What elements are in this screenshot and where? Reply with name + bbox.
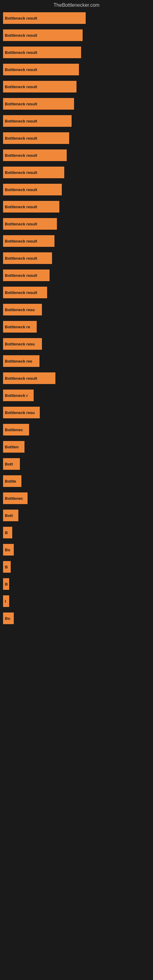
bar-17: Bottleneck resu [3, 304, 42, 315]
bar-18: Bottleneck re [3, 321, 37, 332]
bar-label-33: B [5, 582, 8, 587]
bar-label-1: Bottleneck result [5, 33, 37, 38]
bar-16: Bottleneck result [3, 286, 47, 298]
bar-3: Bottleneck result [3, 64, 79, 75]
bar-12: Bottleneck result [3, 218, 57, 230]
bar-row: Bottleneck resu [3, 338, 150, 350]
bar-label-24: Bottlenec [5, 428, 23, 432]
bar-8: Bottleneck result [3, 150, 67, 161]
bar-row: Bottleneck result [3, 64, 150, 75]
bar-row: Bottleneck resu [3, 304, 150, 315]
bar-22: Bottleneck r [3, 390, 33, 401]
bar-row: Bott [3, 510, 150, 521]
bar-row: B [3, 578, 150, 590]
bar-label-32: B [5, 565, 8, 569]
bar-6: Bottleneck result [3, 115, 72, 127]
bar-row: I [3, 595, 150, 607]
bar-label-13: Bottleneck result [5, 239, 37, 243]
bar-label-18: Bottleneck re [5, 325, 30, 329]
bar-32: B [3, 561, 11, 573]
bar-33: B [3, 578, 9, 590]
bar-row: Bottle [3, 475, 150, 487]
bar-label-12: Bottleneck result [5, 222, 37, 226]
bar-label-31: Bo [5, 547, 10, 552]
bar-20: Bottleneck res [3, 355, 40, 367]
bar-row: Bottleneck res [3, 355, 150, 367]
bar-label-2: Bottleneck result [5, 50, 37, 55]
bar-row: Bottleneck result [3, 167, 150, 178]
site-title: TheBottlenecker.com [0, 0, 153, 9]
bar-2: Bottleneck result [3, 46, 81, 58]
bar-label-19: Bottleneck resu [5, 342, 35, 346]
bar-label-9: Bottleneck result [5, 170, 37, 175]
bar-row: Bottleneck resu [3, 407, 150, 418]
bar-9: Bottleneck result [3, 167, 64, 178]
bar-label-21: Bottleneck result [5, 376, 37, 381]
bar-row: Bottleneck result [3, 372, 150, 384]
bar-row: Bottleneck re [3, 321, 150, 332]
bar-label-25: Bottlen [5, 445, 19, 449]
bar-label-34: I [5, 599, 6, 604]
bar-row: Bo [3, 612, 150, 624]
bar-label-27: Bottle [5, 479, 16, 484]
bar-5: Bottleneck result [3, 98, 74, 110]
bar-10: Bottleneck result [3, 184, 62, 196]
bar-30: B [3, 527, 12, 538]
bar-label-14: Bottleneck result [5, 256, 37, 261]
bar-row: Bottleneck result [3, 46, 150, 58]
bar-label-0: Bottleneck result [5, 16, 37, 21]
bar-15: Bottleneck result [3, 269, 49, 281]
bar-label-30: B [5, 530, 8, 535]
bar-label-8: Bottleneck result [5, 153, 37, 158]
bar-19: Bottleneck resu [3, 338, 42, 350]
bar-24: Bottlenec [3, 424, 29, 436]
bar-label-28: Bottlenec [5, 496, 23, 501]
bar-label-23: Bottleneck resu [5, 410, 35, 415]
bar-row: Bottlenec [3, 492, 150, 504]
bar-1: Bottleneck result [3, 29, 83, 41]
bar-row: Bottleneck result [3, 115, 150, 127]
bar-7: Bottleneck result [3, 132, 69, 144]
bar-label-4: Bottleneck result [5, 84, 37, 89]
bar-row: Bottleneck result [3, 286, 150, 298]
bar-row: Bottlen [3, 441, 150, 453]
bar-35: Bo [3, 612, 14, 624]
bar-row: Bottleneck result [3, 81, 150, 92]
bar-25: Bottlen [3, 441, 24, 453]
bar-31: Bo [3, 544, 14, 555]
bar-0: Bottleneck result [3, 12, 86, 24]
bar-label-3: Bottleneck result [5, 67, 37, 72]
bar-row: Bottleneck r [3, 390, 150, 401]
bar-row: Bottlenec [3, 424, 150, 436]
bar-34: I [3, 595, 9, 607]
bar-28: Bottlenec [3, 492, 27, 504]
bar-row: Bottleneck result [3, 235, 150, 247]
bar-21: Bottleneck result [3, 372, 56, 384]
bar-row: Bottleneck result [3, 98, 150, 110]
bar-label-10: Bottleneck result [5, 188, 37, 192]
bar-row: Bottleneck result [3, 218, 150, 230]
bar-label-7: Bottleneck result [5, 136, 37, 140]
bar-11: Bottleneck result [3, 201, 59, 213]
bar-label-22: Bottleneck r [5, 393, 28, 398]
bar-row: Bottleneck result [3, 29, 150, 41]
bar-row: Bo [3, 544, 150, 555]
bar-label-6: Bottleneck result [5, 119, 37, 123]
bar-label-15: Bottleneck result [5, 273, 37, 278]
bar-label-26: Bott [5, 462, 13, 466]
bar-13: Bottleneck result [3, 235, 54, 247]
bar-row: Bottleneck result [3, 12, 150, 24]
bar-row: Bott [3, 458, 150, 470]
bar-23: Bottleneck resu [3, 407, 40, 418]
bar-29: Bott [3, 510, 18, 521]
bar-label-20: Bottleneck res [5, 359, 32, 364]
bar-label-35: Bo [5, 616, 10, 621]
bar-row: Bottleneck result [3, 132, 150, 144]
bars-container: Bottleneck resultBottleneck resultBottle… [0, 9, 153, 633]
bar-label-5: Bottleneck result [5, 102, 37, 106]
bar-label-17: Bottleneck resu [5, 307, 35, 312]
bar-4: Bottleneck result [3, 81, 76, 92]
bar-row: Bottleneck result [3, 201, 150, 213]
title-text: TheBottlenecker.com [54, 2, 99, 8]
bar-row: B [3, 561, 150, 573]
